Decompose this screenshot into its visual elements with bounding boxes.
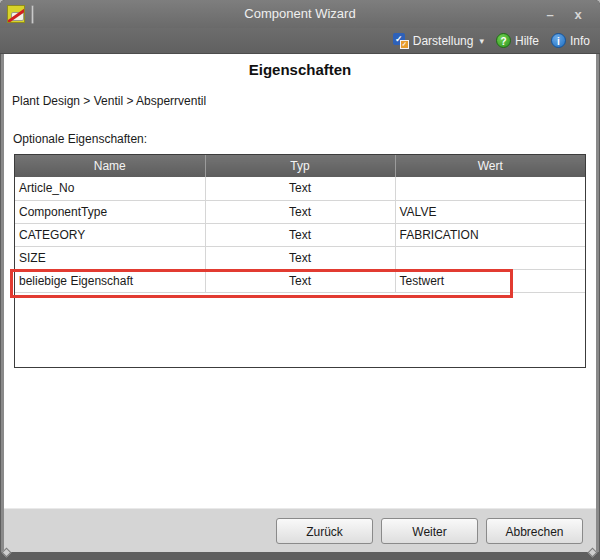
properties-table: Name Typ Wert Article_No Text ComponentT… xyxy=(14,154,586,368)
caption-buttons: – x xyxy=(540,0,588,28)
footer-bar: Zurück Weiter Abbrechen xyxy=(4,508,596,552)
cell-wert[interactable]: VALVE xyxy=(395,200,585,223)
darstellung-button[interactable]: ✓ ✓ Darstellung ▾ xyxy=(393,33,484,49)
cell-wert[interactable]: Testwert xyxy=(395,269,585,292)
cell-typ[interactable]: Text xyxy=(205,246,395,269)
display-settings-icon: ✓ ✓ xyxy=(393,33,409,49)
cell-wert[interactable] xyxy=(395,177,585,200)
toolbar: ✓ ✓ Darstellung ▾ ? Hilfe i Info xyxy=(0,28,600,54)
cell-name[interactable]: CATEGORY xyxy=(15,223,205,246)
back-button[interactable]: Zurück xyxy=(276,518,373,544)
table-row-highlighted: beliebige Eigenschaft Text Testwert xyxy=(15,269,585,292)
table-header-row: Name Typ Wert xyxy=(15,155,585,177)
cell-name[interactable]: Article_No xyxy=(15,177,205,200)
info-label: Info xyxy=(570,34,590,48)
optional-properties-label: Optionale Eigenschaften: xyxy=(13,132,147,146)
info-icon: i xyxy=(551,33,566,48)
cell-wert[interactable] xyxy=(395,246,585,269)
window-title: Component Wizard xyxy=(0,0,600,28)
column-header-typ: Typ xyxy=(205,155,395,177)
cell-wert[interactable]: FABRICATION xyxy=(395,223,585,246)
chevron-down-icon: ▾ xyxy=(479,36,484,46)
hilfe-button[interactable]: ? Hilfe xyxy=(496,33,539,48)
cell-name[interactable]: SIZE xyxy=(15,246,205,269)
column-header-name: Name xyxy=(15,155,205,177)
cell-typ[interactable]: Text xyxy=(205,223,395,246)
cell-name[interactable]: ComponentType xyxy=(15,200,205,223)
cell-name[interactable]: beliebige Eigenschaft xyxy=(15,269,205,292)
hilfe-label: Hilfe xyxy=(515,34,539,48)
info-button[interactable]: i Info xyxy=(551,33,590,48)
table-row: ComponentType Text VALVE xyxy=(15,200,585,223)
page-title: Eigenschaften xyxy=(4,61,596,78)
help-icon: ? xyxy=(496,33,511,48)
cell-typ[interactable]: Text xyxy=(205,269,395,292)
cell-typ[interactable]: Text xyxy=(205,200,395,223)
darstellung-label: Darstellung xyxy=(413,34,474,48)
table-row: CATEGORY Text FABRICATION xyxy=(15,223,585,246)
minimize-button[interactable]: – xyxy=(540,4,560,24)
component-wizard-window: Component Wizard – x ✓ ✓ Darstellung ▾ ?… xyxy=(0,0,600,560)
next-button[interactable]: Weiter xyxy=(381,518,478,544)
titlebar: Component Wizard – x xyxy=(0,0,600,28)
cell-typ[interactable]: Text xyxy=(205,177,395,200)
content-area: Eigenschaften Plant Design > Ventil > Ab… xyxy=(4,54,596,508)
cancel-button[interactable]: Abbrechen xyxy=(486,518,583,544)
window-bottom-border xyxy=(0,552,600,560)
column-header-wert: Wert xyxy=(395,155,585,177)
close-button[interactable]: x xyxy=(568,4,588,24)
breadcrumb: Plant Design > Ventil > Absperrventil xyxy=(12,94,206,108)
table-row: SIZE Text xyxy=(15,246,585,269)
table-row: Article_No Text xyxy=(15,177,585,200)
